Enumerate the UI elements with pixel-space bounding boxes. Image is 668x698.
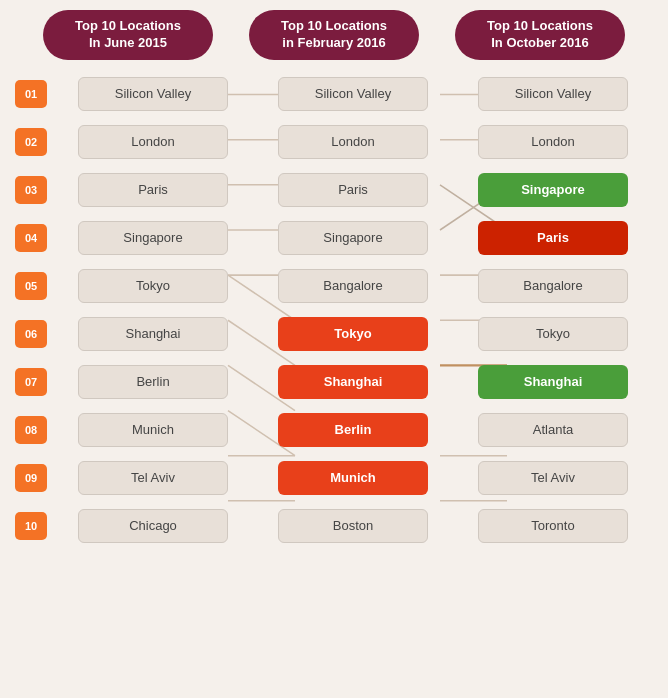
col-section-1-1: London — [253, 125, 453, 159]
city-box: Atlanta — [478, 413, 628, 447]
row-cols-1: LondonLondonLondon — [53, 125, 653, 159]
city-box: Tel Aviv — [78, 461, 228, 495]
city-box: Bangalore — [478, 269, 628, 303]
col-section-8-1: Munich — [253, 461, 453, 495]
col-section-9-0: Chicago — [53, 509, 253, 543]
city-box: Munich — [78, 413, 228, 447]
col-section-5-0: Shanghai — [53, 317, 253, 351]
col-section-1-2: London — [453, 125, 653, 159]
col-section-8-2: Tel Aviv — [453, 461, 653, 495]
city-box: Tokyo — [478, 317, 628, 351]
city-box: Boston — [278, 509, 428, 543]
col-section-6-0: Berlin — [53, 365, 253, 399]
col-section-4-2: Bangalore — [453, 269, 653, 303]
city-box: Shanghai — [78, 317, 228, 351]
grid-area: 01Silicon ValleySilicon ValleySilicon Va… — [15, 72, 653, 548]
col-section-7-1: Berlin — [253, 413, 453, 447]
rank-badge-08: 08 — [15, 416, 47, 444]
table-row: 10ChicagoBostonToronto — [15, 504, 653, 548]
main-container: Top 10 LocationsIn June 2015 Top 10 Loca… — [0, 0, 668, 698]
city-box: Singapore — [278, 221, 428, 255]
row-cols-7: MunichBerlinAtlanta — [53, 413, 653, 447]
rank-badge-07: 07 — [15, 368, 47, 396]
city-box: Silicon Valley — [478, 77, 628, 111]
city-box: Silicon Valley — [78, 77, 228, 111]
city-box: London — [478, 125, 628, 159]
rank-badge-01: 01 — [15, 80, 47, 108]
city-box: Shanghai — [478, 365, 628, 399]
city-box: Tokyo — [278, 317, 428, 351]
col-section-4-1: Bangalore — [253, 269, 453, 303]
col-section-1-0: London — [53, 125, 253, 159]
col-section-0-2: Silicon Valley — [453, 77, 653, 111]
rank-badge-09: 09 — [15, 464, 47, 492]
row-cols-3: SingaporeSingaporeParis — [53, 221, 653, 255]
city-box: London — [78, 125, 228, 159]
city-box: Berlin — [278, 413, 428, 447]
city-box: Toronto — [478, 509, 628, 543]
col-section-2-1: Paris — [253, 173, 453, 207]
table-row: 06ShanghaiTokyoTokyo — [15, 312, 653, 356]
col-section-7-2: Atlanta — [453, 413, 653, 447]
city-box: Shanghai — [278, 365, 428, 399]
table-row: 03ParisParisSingapore — [15, 168, 653, 212]
rank-badge-10: 10 — [15, 512, 47, 540]
col-section-3-1: Singapore — [253, 221, 453, 255]
rank-badge-06: 06 — [15, 320, 47, 348]
city-box: Paris — [278, 173, 428, 207]
city-box: Paris — [478, 221, 628, 255]
col-section-0-1: Silicon Valley — [253, 77, 453, 111]
row-cols-5: ShanghaiTokyoTokyo — [53, 317, 653, 351]
col-section-8-0: Tel Aviv — [53, 461, 253, 495]
col-section-2-0: Paris — [53, 173, 253, 207]
rank-badge-03: 03 — [15, 176, 47, 204]
city-box: Tel Aviv — [478, 461, 628, 495]
city-box: London — [278, 125, 428, 159]
city-box: Berlin — [78, 365, 228, 399]
header-oct-2016: Top 10 LocationsIn October 2016 — [455, 10, 625, 60]
table-row: 01Silicon ValleySilicon ValleySilicon Va… — [15, 72, 653, 116]
city-box: Munich — [278, 461, 428, 495]
rank-badge-04: 04 — [15, 224, 47, 252]
rank-badge-05: 05 — [15, 272, 47, 300]
table-row: 08MunichBerlinAtlanta — [15, 408, 653, 452]
col-section-0-0: Silicon Valley — [53, 77, 253, 111]
row-cols-6: BerlinShanghaiShanghai — [53, 365, 653, 399]
city-box: Chicago — [78, 509, 228, 543]
table-row: 05TokyoBangaloreBangalore — [15, 264, 653, 308]
col-section-3-0: Singapore — [53, 221, 253, 255]
header-feb-2016: Top 10 Locationsin February 2016 — [249, 10, 419, 60]
row-cols-0: Silicon ValleySilicon ValleySilicon Vall… — [53, 77, 653, 111]
col-section-6-2: Shanghai — [453, 365, 653, 399]
table-row: 07BerlinShanghaiShanghai — [15, 360, 653, 404]
city-box: Tokyo — [78, 269, 228, 303]
col-section-5-2: Tokyo — [453, 317, 653, 351]
table-row: 09Tel AvivMunichTel Aviv — [15, 456, 653, 500]
city-box: Silicon Valley — [278, 77, 428, 111]
row-cols-4: TokyoBangaloreBangalore — [53, 269, 653, 303]
col-section-9-1: Boston — [253, 509, 453, 543]
row-cols-2: ParisParisSingapore — [53, 173, 653, 207]
headers-row: Top 10 LocationsIn June 2015 Top 10 Loca… — [15, 10, 653, 60]
table-row: 04SingaporeSingaporeParis — [15, 216, 653, 260]
city-box: Singapore — [478, 173, 628, 207]
col-section-5-1: Tokyo — [253, 317, 453, 351]
row-cols-8: Tel AvivMunichTel Aviv — [53, 461, 653, 495]
col-section-9-2: Toronto — [453, 509, 653, 543]
rank-badge-02: 02 — [15, 128, 47, 156]
col-section-3-2: Paris — [453, 221, 653, 255]
col-section-7-0: Munich — [53, 413, 253, 447]
city-box: Paris — [78, 173, 228, 207]
header-june-2015: Top 10 LocationsIn June 2015 — [43, 10, 213, 60]
col-section-6-1: Shanghai — [253, 365, 453, 399]
city-box: Bangalore — [278, 269, 428, 303]
table-row: 02LondonLondonLondon — [15, 120, 653, 164]
row-cols-9: ChicagoBostonToronto — [53, 509, 653, 543]
col-section-2-2: Singapore — [453, 173, 653, 207]
rows-container: 01Silicon ValleySilicon ValleySilicon Va… — [15, 72, 653, 548]
city-box: Singapore — [78, 221, 228, 255]
col-section-4-0: Tokyo — [53, 269, 253, 303]
